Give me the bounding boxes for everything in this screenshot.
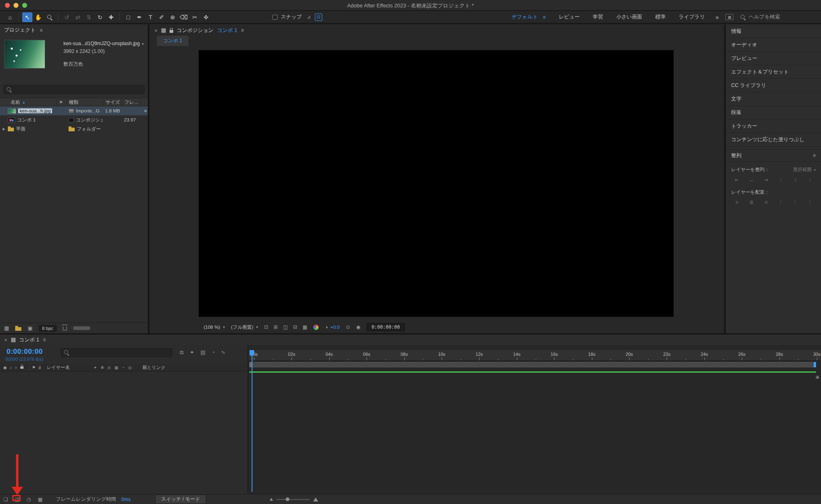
timeline-tab[interactable]: × コンポ 1 ≡ bbox=[0, 334, 821, 345]
help-search-field[interactable]: ヘルプを検索 bbox=[740, 14, 816, 21]
horizontal-scrollbar-thumb[interactable] bbox=[73, 326, 90, 330]
new-composition-icon[interactable]: ▣ bbox=[28, 325, 32, 331]
zoom-in-icon[interactable] bbox=[313, 497, 318, 502]
workspace-tab[interactable]: 標準 bbox=[655, 14, 665, 21]
resolution-dropdown[interactable]: (フル画質)▾ bbox=[231, 324, 258, 330]
work-area-bar[interactable] bbox=[249, 362, 816, 367]
snap-options-icon[interactable]: ⊿ bbox=[305, 14, 312, 21]
column-name[interactable]: 名前 ▲ bbox=[0, 99, 56, 106]
view-layout-icon[interactable]: ⊟ bbox=[293, 324, 297, 330]
collapse-transformations-icon[interactable]: ✻ bbox=[101, 365, 104, 370]
workspace-tab[interactable]: 学習 bbox=[593, 14, 603, 21]
workspace-bar-icon[interactable]: ▦ bbox=[725, 14, 734, 20]
twirl-icon[interactable]: ▶ bbox=[2, 127, 6, 131]
item-name-cell[interactable]: コンポ 1 bbox=[0, 117, 56, 123]
panel-header-item[interactable]: プレビュー bbox=[726, 52, 821, 65]
panel-header-item[interactable]: オーディオ bbox=[726, 38, 821, 52]
orbit-camera-tool[interactable]: ↺ bbox=[62, 12, 72, 22]
pan-behind-tool[interactable]: ✚ bbox=[106, 12, 116, 22]
frame-blending-icon[interactable]: ◔ bbox=[212, 349, 215, 356]
graph-editor-icon[interactable]: ∿ bbox=[221, 349, 225, 356]
shape-tool[interactable]: □ bbox=[123, 12, 133, 22]
align-panel-header[interactable]: 整列 ≡ bbox=[726, 149, 821, 162]
grid-guides-icon[interactable]: ⊞ bbox=[274, 324, 278, 330]
toggle-inout-panes-icon[interactable]: ◷ bbox=[25, 497, 32, 502]
column-label-color[interactable]: ⚑ bbox=[56, 99, 66, 106]
panel-menu-icon[interactable]: ≡ bbox=[813, 153, 816, 158]
switches-modes-button[interactable]: スイッチ / モード bbox=[155, 495, 206, 504]
table-row[interactable]: ▶平面フォルダー bbox=[0, 124, 148, 133]
toggle-layer-switches-pane-icon[interactable]: ❏ bbox=[2, 497, 9, 502]
align-target-dropdown[interactable]: 選択範囲▾ bbox=[793, 167, 816, 173]
project-search-field[interactable] bbox=[3, 85, 144, 94]
workspace-overflow-button[interactable]: » bbox=[716, 14, 719, 21]
fx-icon[interactable]: fx bbox=[108, 365, 110, 370]
parent-link-column[interactable]: 親とリンク bbox=[142, 364, 165, 371]
close-icon[interactable]: × bbox=[4, 337, 7, 343]
eraser-tool[interactable]: ⌫ bbox=[179, 12, 189, 22]
workspace-tab[interactable]: ライブラリ bbox=[679, 14, 705, 21]
workspace-tab[interactable]: レビュー bbox=[559, 14, 580, 21]
hand-tool[interactable]: ✋ bbox=[33, 12, 44, 22]
table-row[interactable]: ken-sua...h.jpgImporte...G1.8 MB❖ bbox=[0, 106, 148, 115]
draft-3d-icon[interactable]: ✦ bbox=[190, 349, 194, 356]
close-icon[interactable]: × bbox=[154, 27, 158, 34]
zoom-out-icon[interactable] bbox=[270, 498, 273, 501]
workspace-menu-icon[interactable]: ≡ bbox=[543, 14, 546, 20]
column-type[interactable]: 種類 bbox=[66, 99, 103, 106]
hide-shy-layers-icon[interactable]: ▤ bbox=[200, 349, 205, 356]
delete-item-icon[interactable] bbox=[63, 326, 67, 330]
panel-header-item[interactable]: エフェクト＆プリセット bbox=[726, 65, 821, 79]
footage-thumbnail[interactable] bbox=[4, 40, 45, 69]
pen-tool[interactable]: ✒ bbox=[134, 12, 144, 22]
distribute-button[interactable]: ≣ bbox=[747, 199, 757, 206]
clone-stamp-tool[interactable]: ⊛ bbox=[167, 12, 178, 22]
magnification-dropdown[interactable]: (108 %)▾ bbox=[204, 325, 225, 330]
label-color-icon[interactable]: ⚑ bbox=[32, 365, 36, 370]
distribute-button[interactable]: ≡ bbox=[761, 199, 771, 206]
zoom-tool[interactable] bbox=[44, 12, 55, 22]
distribute-button[interactable]: ⋮ bbox=[805, 199, 815, 206]
current-time-indicator-line[interactable] bbox=[252, 350, 252, 492]
zoom-slider[interactable] bbox=[277, 499, 310, 500]
lock-icon[interactable] bbox=[170, 30, 173, 33]
composition-panel-tab[interactable]: × コンポジション コンポ 1 ≡ bbox=[150, 25, 723, 36]
align-button[interactable]: ⇤ bbox=[732, 176, 742, 183]
snap-to-feature-icon[interactable]: ⊡ bbox=[315, 14, 322, 21]
align-button[interactable]: ↓ bbox=[805, 176, 815, 183]
panel-header-item[interactable]: 情報 bbox=[726, 25, 821, 38]
selection-tool[interactable]: ↖ bbox=[22, 12, 32, 22]
align-button[interactable]: ↔ bbox=[747, 176, 757, 183]
current-time-indicator-handle[interactable] bbox=[250, 350, 254, 355]
panel-menu-icon[interactable]: ≡ bbox=[43, 337, 46, 343]
quality-icon[interactable]: ▦ bbox=[115, 365, 118, 370]
region-of-interest-icon[interactable]: ⊡ bbox=[264, 324, 268, 330]
composition-viewport[interactable] bbox=[199, 50, 674, 317]
panel-header-item[interactable]: コンテンツに応じた塗りつぶし bbox=[726, 133, 821, 147]
align-button[interactable]: ⇥ bbox=[761, 176, 771, 183]
column-frame-rate[interactable]: フレ... bbox=[122, 99, 140, 106]
toggle-render-time-pane-icon[interactable]: ▦ bbox=[37, 497, 44, 502]
transparency-grid-icon[interactable]: ▦ bbox=[303, 324, 307, 330]
preview-time-display[interactable]: 0:00:00:00 bbox=[367, 323, 405, 331]
layer-name-column[interactable]: レイヤー名 bbox=[47, 364, 70, 371]
show-snapshot-icon[interactable]: ◉ bbox=[356, 324, 360, 330]
motion-blur-icon[interactable]: ◔ bbox=[122, 365, 124, 370]
type-tool[interactable]: T bbox=[145, 12, 156, 22]
align-button[interactable]: ↑ bbox=[776, 176, 786, 183]
panel-header-item[interactable]: トラッカー bbox=[726, 119, 821, 133]
new-folder-icon[interactable] bbox=[15, 327, 21, 331]
dolly-camera-tool[interactable]: ⇅ bbox=[84, 12, 94, 22]
project-panel-tab[interactable]: プロジェクト ≡ bbox=[0, 25, 148, 36]
distribute-button[interactable]: ⋮ bbox=[790, 199, 800, 206]
project-bit-depth-button[interactable]: 8 bpc bbox=[39, 325, 57, 332]
column-size[interactable]: サイズ bbox=[103, 99, 122, 106]
table-row[interactable]: コンポ 1コンポジション23.97 bbox=[0, 115, 148, 124]
roto-brush-tool[interactable]: ✂ bbox=[190, 12, 200, 22]
pan-camera-tool[interactable]: ⇄ bbox=[73, 12, 83, 22]
interpret-footage-icon[interactable]: ▦ bbox=[4, 325, 9, 331]
layer-number-column[interactable]: # bbox=[39, 365, 41, 370]
show-channel-icon[interactable] bbox=[313, 325, 319, 330]
workspace-tab[interactable]: 小さい画面 bbox=[616, 14, 642, 21]
panel-header-item[interactable]: CC ライブラリ bbox=[726, 79, 821, 92]
